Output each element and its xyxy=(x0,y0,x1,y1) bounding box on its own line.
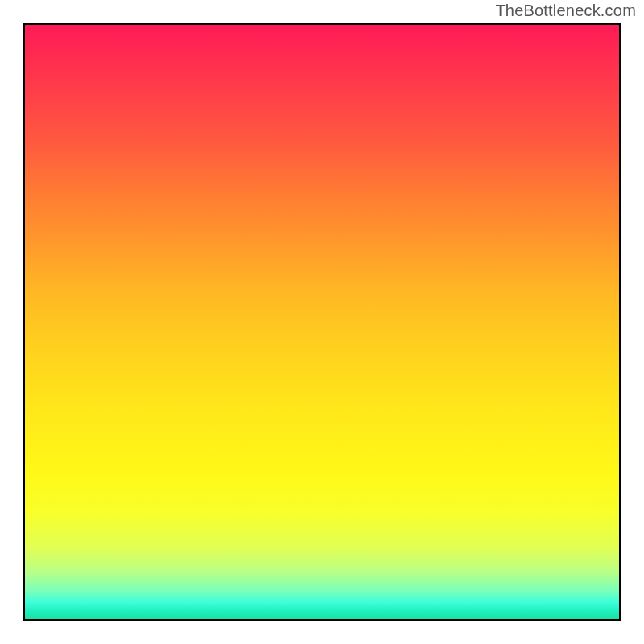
chart-frame: TheBottleneck.com xyxy=(0,0,644,644)
plot-area xyxy=(24,24,620,620)
heat-gradient-background xyxy=(24,24,620,620)
watermark-text: TheBottleneck.com xyxy=(495,2,636,20)
